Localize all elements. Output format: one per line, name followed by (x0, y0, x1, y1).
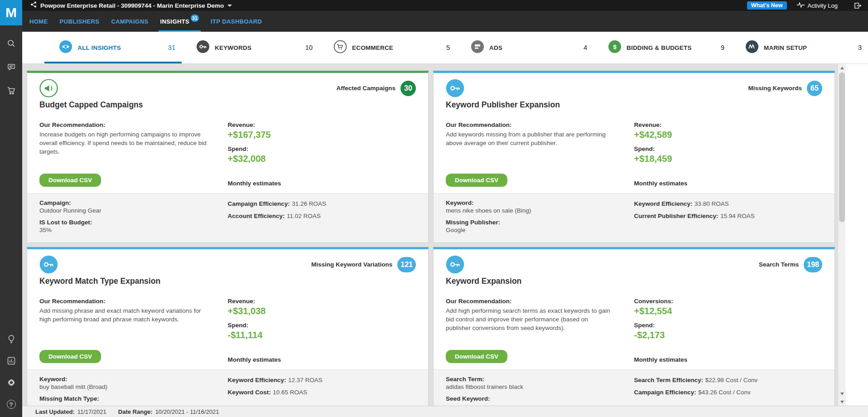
card-title: Keyword Expansion (434, 274, 834, 286)
footer-label: Account Efficiency: (228, 213, 285, 219)
activity-log-label: Activity Log (808, 2, 838, 9)
sign-out-button[interactable] (854, 2, 862, 9)
recommendation-label: Our Recommendation: (39, 298, 208, 305)
tab-count: 3 (858, 44, 862, 51)
tab-label: MARIN SETUP (764, 44, 807, 51)
footer-label: Campaign: (39, 199, 208, 206)
insight-card-keyword-publisher-expansion: Missing Keywords 65 Keyword Publisher Ex… (433, 71, 835, 243)
footer-label: Keyword Efficiency: (228, 377, 286, 383)
sidebar-bottom-icons: ? (0, 328, 22, 417)
footer-value: 11.02 ROAS (287, 213, 321, 219)
scroll-up-icon[interactable] (838, 64, 846, 72)
footer-label: Current Publisher Efficiency: (634, 213, 719, 219)
ads-icon (471, 40, 484, 55)
footer-value: Outdoor Running Gear (39, 207, 208, 214)
nav-item-campaigns[interactable]: CAMPAIGNS (111, 11, 148, 32)
tab-bidding-budgets[interactable]: $ BIDDING & BUDGETS 9 (593, 32, 731, 63)
metric-label: Revenue: (634, 121, 823, 128)
recommendation-label: Our Recommendation: (446, 121, 614, 128)
tab-count: 31 (168, 44, 175, 51)
main-column: Powpow Enterprise Retail - 309909744 - M… (22, 0, 868, 417)
recommendation-text: Add keywords missing from a publisher th… (446, 130, 614, 147)
lightbulb-icon[interactable] (0, 328, 22, 350)
caret-down-icon (227, 5, 232, 7)
tab-all-insights[interactable]: ALL INSIGHTS 31 (44, 32, 182, 63)
activity-log-button[interactable]: Activity Log (797, 2, 838, 9)
download-csv-button[interactable]: Download CSV (39, 350, 101, 363)
tab-ads[interactable]: ADS 4 (456, 32, 593, 63)
status-bar: Last Updated: 11/17/2021 Date Range: 10/… (22, 406, 868, 417)
scroll-down-icon[interactable] (838, 390, 846, 398)
tab-label: KEYWORDS (215, 44, 251, 51)
topbar-right: What's New Activity Log (747, 1, 862, 10)
nav-item-home[interactable]: HOME (29, 11, 48, 32)
key-icon (446, 255, 464, 274)
footer-value: $22.98 Cost / Conv (705, 377, 758, 383)
monthly-estimates-note: Monthly estimates (228, 180, 416, 187)
monthly-estimates-note: Monthly estimates (634, 180, 823, 187)
recommendation-text: Add high performing search terms as exac… (446, 306, 614, 332)
footer-value: Google (446, 227, 614, 233)
metric-label: Spend: (228, 145, 416, 152)
report-icon[interactable] (0, 350, 22, 372)
key-icon (446, 79, 464, 97)
metric-value: +$18,459 (634, 154, 823, 164)
marin-setup-icon (745, 40, 759, 55)
footer-value: mens nike shoes on sale (Bing) (446, 207, 614, 214)
tab-ecommerce[interactable]: ECOMMERCE 5 (319, 32, 456, 63)
footer-label: Seed Keyword: (446, 395, 614, 402)
chat-icon[interactable] (0, 55, 22, 79)
account-selector[interactable]: Powpow Enterprise Retail - 309909744 - M… (30, 1, 232, 10)
recommendation-text: Increase budgets on high performing camp… (39, 130, 208, 156)
footer-value: adidas fitboost trainers black (446, 383, 614, 390)
footer-label: Campaign Efficiency: (634, 389, 696, 396)
download-csv-button[interactable]: Download CSV (39, 174, 101, 187)
card-badge-count: 30 (400, 81, 416, 96)
scroll-down-icon[interactable] (838, 398, 846, 406)
whats-new-button[interactable]: What's New (747, 1, 787, 10)
tab-label: ALL INSIGHTS (77, 44, 121, 51)
nav-item-insights[interactable]: INSIGHTS 31 (160, 11, 199, 32)
card-badge-count: 65 (807, 81, 822, 96)
nav-insights-label: INSIGHTS (160, 18, 190, 25)
monthly-estimates-note: Monthly estimates (228, 356, 416, 363)
tab-marin-setup[interactable]: MARIN SETUP 3 (731, 32, 868, 63)
tab-label: ADS (489, 44, 502, 51)
insight-tabs: ALL INSIGHTS 31 KEYWORDS 10 ECOMMERCE 5 (22, 32, 868, 64)
download-csv-button[interactable]: Download CSV (446, 174, 507, 187)
footer-label: Keyword Cost: (228, 389, 271, 396)
search-icon[interactable] (0, 32, 22, 55)
cart-icon[interactable] (0, 79, 22, 102)
last-updated-label: Last Updated: (35, 408, 75, 415)
marin-logo[interactable]: M (0, 0, 22, 25)
bidding-icon: $ (608, 40, 622, 55)
footer-label: Missing Match Type: (39, 395, 208, 402)
metric-value: +$12,554 (634, 306, 823, 316)
nav-item-itp-dashboard[interactable]: ITP DASHBOARD (211, 11, 262, 32)
footer-label: Keyword: (446, 199, 614, 206)
last-updated-value: 11/17/2021 (77, 408, 106, 415)
gear-icon[interactable] (0, 372, 22, 393)
footer-value: 10.65 ROAS (273, 389, 307, 396)
topbar: Powpow Enterprise Retail - 309909744 - M… (22, 0, 868, 11)
eye-icon (59, 40, 72, 55)
scrollbar-thumb[interactable] (839, 73, 845, 222)
metric-value: +$32,008 (228, 154, 416, 164)
vertical-scrollbar[interactable] (838, 64, 845, 406)
metric-label: Revenue: (228, 298, 416, 305)
activity-pulse-icon (797, 2, 805, 9)
nav-item-publishers[interactable]: PUBLISHERS (60, 11, 100, 32)
insight-card-keyword-expansion: Search Terms 198 Keyword Expansion Our R… (433, 247, 835, 406)
cart-icon (333, 40, 347, 55)
metric-label: Spend: (228, 322, 416, 329)
footer-value: 31.26 ROAS (292, 200, 326, 207)
insight-card-keyword-match-type-expansion: Missing Keyword Variations 121 Keyword M… (27, 247, 429, 406)
app-root: M ? (0, 0, 868, 417)
footer-label: Search Term Efficiency: (634, 377, 704, 383)
help-icon[interactable]: ? (0, 393, 22, 415)
sidebar: M ? (0, 0, 22, 417)
download-csv-button[interactable]: Download CSV (446, 350, 507, 363)
tab-count: 5 (446, 44, 450, 51)
metric-value: +$42,589 (634, 130, 823, 140)
tab-keywords[interactable]: KEYWORDS 10 (182, 32, 319, 63)
